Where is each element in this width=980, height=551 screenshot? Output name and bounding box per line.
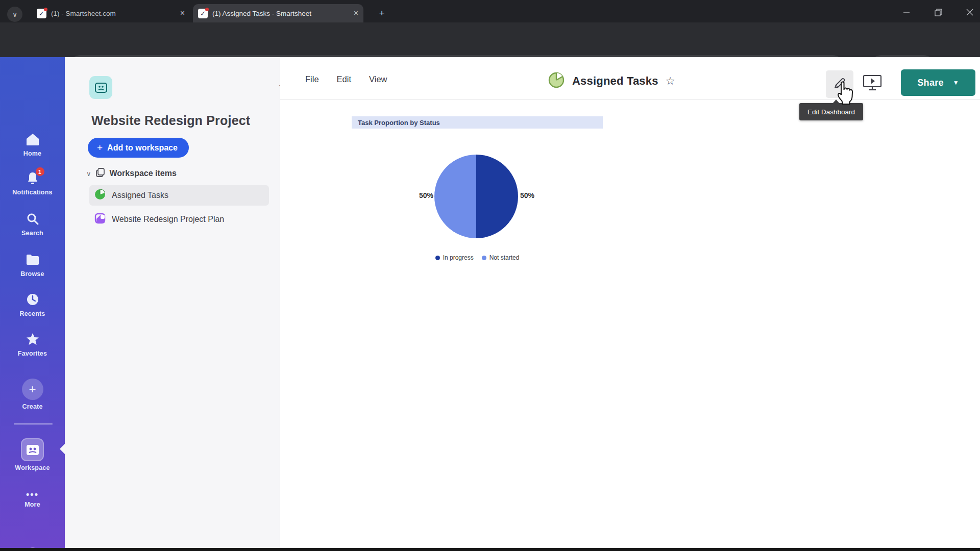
sidebar-item-label: Notifications (12, 189, 52, 196)
legend-label: Not started (489, 254, 520, 261)
workspace-type-icon (89, 76, 112, 99)
home-icon (25, 132, 40, 147)
item-label: Website Redesign Project Plan (112, 215, 224, 224)
smartsheet-app: Home 1 Notifications Search Browse Recen… (0, 57, 980, 548)
sidebar-item-create[interactable]: + Create (0, 379, 65, 410)
sidebar-item-label: Search (21, 230, 43, 237)
sidebar-item-recents[interactable]: Recents (0, 292, 65, 317)
new-tab-button[interactable]: + (376, 7, 388, 19)
add-to-workspace-button[interactable]: + Add to workspace (88, 138, 189, 158)
smartsheet-favicon: ✓ (37, 9, 46, 18)
chevron-down-icon: ∨ (12, 10, 17, 18)
taskbar-edge (0, 548, 980, 551)
smartsheet-favicon: ✓ (198, 9, 208, 18)
window-close-icon[interactable] (964, 6, 976, 18)
pie-chart-icon (94, 189, 106, 202)
sidebar-item-label: More (24, 501, 40, 508)
tab-search-button[interactable]: ∨ (7, 7, 22, 22)
window-controls (900, 6, 976, 18)
sidebar-item-label: Recents (19, 310, 45, 317)
plus-icon: + (379, 8, 384, 19)
tab-close-icon[interactable]: × (354, 9, 358, 18)
sidebar-item-label: Workspace (15, 464, 50, 471)
left-navigation-rail: Home 1 Notifications Search Browse Recen… (0, 57, 65, 548)
sidebar-item-label: Home (23, 150, 42, 157)
window-restore-icon[interactable] (932, 6, 944, 18)
star-icon (25, 332, 40, 347)
share-label: Share (917, 78, 944, 88)
browser-tab-active[interactable]: ✓ (1) Assigned Tasks - Smartsheet × (193, 4, 363, 22)
tab-title: (1) Assigned Tasks - Smartsheet (212, 10, 350, 17)
sidebar-item-more[interactable]: ••• More (0, 491, 65, 508)
pages-icon (95, 167, 106, 180)
favorite-dashboard-star-icon[interactable]: ☆ (666, 75, 675, 87)
notification-dot-icon (205, 8, 209, 11)
add-to-workspace-label: Add to workspace (107, 143, 178, 153)
sheet-icon (94, 213, 106, 226)
pie-slice-label-left: 50% (403, 191, 433, 199)
sidebar-item-label: Browse (20, 270, 44, 278)
share-caret-icon: ▼ (953, 79, 959, 86)
sidebar-item-browse[interactable]: Browse (0, 252, 65, 278)
search-icon (25, 211, 40, 227)
window-minimize-icon[interactable] (900, 6, 913, 18)
widget-title: Task Proportion by Status (358, 119, 440, 127)
browser-toolbar: ← → ↻ app.smartsheet.com/dashboards/CfWg… (0, 22, 980, 57)
sidebar-item-favorites[interactable]: Favorites (0, 332, 65, 357)
present-dashboard-button[interactable] (861, 73, 884, 94)
folder-icon (25, 252, 40, 267)
tooltip-text: Edit Dashboard (807, 108, 855, 116)
pie-slice-label-right: 50% (520, 191, 551, 199)
sidebar-item-notifications[interactable]: 1 Notifications (0, 170, 65, 196)
panel-notch (60, 443, 65, 455)
pie[interactable] (434, 155, 518, 238)
dashboard-header: File Edit View Assigned Tasks ☆ Share ▼ (280, 57, 980, 100)
rail-divider (14, 423, 53, 424)
plus-icon: + (97, 142, 103, 154)
legend-dot-icon (482, 256, 486, 260)
sidebar-item-project-plan[interactable]: Website Redesign Project Plan (89, 209, 269, 230)
item-label: Assigned Tasks (112, 191, 168, 200)
menu-bar: File Edit View (305, 74, 387, 84)
tab-title: (1) - Smartsheet.com (51, 10, 176, 17)
bell-icon: 1 (25, 170, 40, 186)
browser-tab-strip: ∨ ✓ (1) - Smartsheet.com × ✓ (1) Assigne… (0, 0, 980, 22)
sidebar-item-home[interactable]: Home (0, 132, 65, 157)
legend-label: In progress (443, 254, 474, 261)
notification-badge: 1 (36, 167, 44, 176)
browser-tab-inactive[interactable]: ✓ (1) - Smartsheet.com × (32, 4, 190, 22)
dashboard-title-group: Assigned Tasks ☆ (548, 71, 675, 91)
tab-close-icon[interactable]: × (180, 9, 185, 18)
plus-circle-icon: + (22, 379, 43, 400)
chevron-down-icon[interactable]: ∨ (86, 170, 91, 178)
dashboard-title: Assigned Tasks (572, 74, 658, 88)
legend-item-in-progress[interactable]: In progress (435, 254, 474, 261)
mouse-cursor-icon (834, 81, 854, 106)
legend-dot-icon (435, 256, 440, 260)
menu-edit[interactable]: Edit (337, 74, 351, 84)
ellipsis-icon: ••• (26, 491, 39, 498)
sidebar-item-search[interactable]: Search (0, 211, 65, 237)
notification-dot-icon (44, 8, 47, 11)
dashboard-pie-icon (548, 71, 565, 91)
clock-icon (25, 292, 40, 307)
sidebar-item-label: Favorites (18, 350, 47, 357)
workspace-icon (21, 438, 44, 461)
workspace-title: Website Redesign Project (91, 113, 270, 128)
menu-file[interactable]: File (305, 74, 319, 84)
workspace-panel: ☆ ⋮ × Website Redesign Project + Add to … (65, 57, 280, 548)
legend-item-not-started[interactable]: Not started (482, 254, 520, 261)
widget-title-bar[interactable]: Task Proportion by Status (352, 116, 603, 129)
sidebar-item-label: Create (22, 403, 42, 410)
sidebar-item-assigned-tasks[interactable]: Assigned Tasks (89, 185, 269, 206)
sidebar-item-workspace[interactable]: Workspace (0, 438, 65, 471)
workspace-items-label: Workspace items (110, 169, 177, 178)
dashboard-main: File Edit View Assigned Tasks ☆ Share ▼ (280, 57, 980, 548)
share-button[interactable]: Share ▼ (901, 69, 975, 96)
workspace-items-header[interactable]: ∨ Workspace items (86, 167, 177, 180)
chart-legend: In progress Not started (352, 254, 603, 261)
menu-view[interactable]: View (369, 74, 387, 84)
presentation-play-icon (862, 73, 883, 94)
